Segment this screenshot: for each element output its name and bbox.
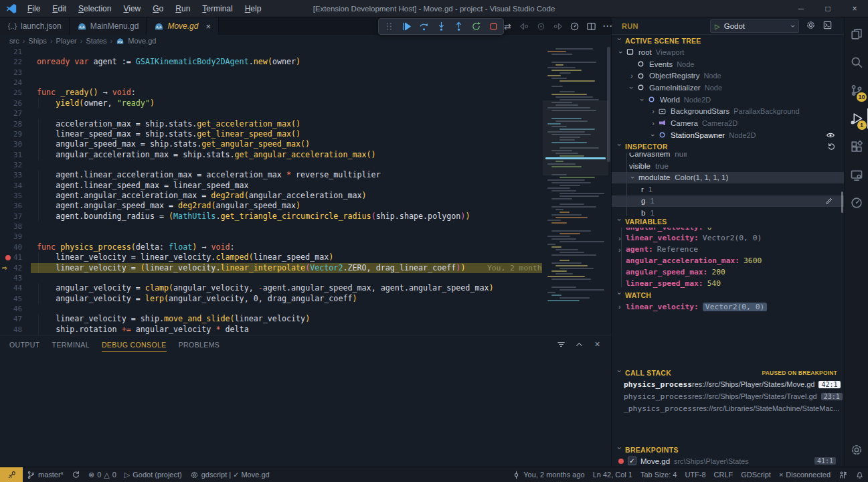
reverse-continue-button[interactable] <box>517 19 531 33</box>
scene-node-events[interactable]: ›EventsNode <box>612 58 844 70</box>
code-line-48[interactable]: 48 ship.rotation += angular_velocity * d… <box>0 325 544 335</box>
restart-button[interactable] <box>468 19 484 33</box>
menu-selection[interactable]: Selection <box>73 2 116 15</box>
chevron-down-icon[interactable]: › <box>617 48 625 56</box>
breadcrumb[interactable]: src›Ships›Player›States›Move.gd <box>0 35 611 47</box>
line-number[interactable]: 28 <box>0 119 31 129</box>
line-number[interactable]: 40 <box>0 242 31 252</box>
record-button[interactable] <box>534 19 548 33</box>
panel-tab-terminal[interactable]: TERMINAL <box>52 337 90 352</box>
line-number[interactable]: 43 <box>0 273 31 283</box>
variables-header[interactable]: › VARIABLES <box>612 216 844 228</box>
code-line-30[interactable]: 30 angular_speed_max = ship.stats.get_an… <box>0 139 544 149</box>
line-number[interactable]: 35 <box>0 191 31 201</box>
inspector-refresh-button[interactable] <box>827 143 836 151</box>
line-number[interactable]: 30 <box>0 139 31 149</box>
chevron-right-icon[interactable]: › <box>618 246 626 254</box>
code-line-29[interactable]: 29 linear_speed_max = ship.stats.get_lin… <box>0 129 544 139</box>
status-git-blame[interactable]: You, 2 months ago <box>508 467 588 482</box>
activity-explorer[interactable] <box>845 20 868 48</box>
inspector-scrollbar[interactable] <box>841 191 843 213</box>
breakpoint-dot-icon[interactable] <box>5 252 11 262</box>
code-line-38[interactable]: 38 <box>0 222 544 232</box>
code-line-24[interactable]: 24 <box>0 78 544 88</box>
line-number[interactable]: 24 <box>0 78 31 88</box>
variable-angular_velocity[interactable]: angular_velocity:0 <box>612 228 844 233</box>
line-number[interactable]: 44 <box>0 283 31 293</box>
code-line-41[interactable]: 41 linear_velocity = linear_velocity.cla… <box>0 252 544 262</box>
status-language-status[interactable]: gdscript | ✓ Move.gd <box>186 467 274 482</box>
line-number[interactable]: 22 <box>0 57 31 67</box>
code-line-27[interactable]: 27 <box>0 108 544 118</box>
scene-node-stationspawner[interactable]: ›StationSpawnerNode2D <box>612 129 844 141</box>
scene-node-backgroundstars[interactable]: ›BackgroundStarsParallaxBackground <box>612 105 844 117</box>
close-button[interactable]: × <box>592 339 603 350</box>
line-number[interactable]: 39 <box>0 232 31 242</box>
chevron-right-icon[interactable]: › <box>649 107 657 115</box>
scene-tree-header[interactable]: › ACTIVE SCENE TREE <box>612 35 844 46</box>
editor-scrollbar[interactable] <box>607 47 610 162</box>
status-run-project[interactable]: ▷Godot (project) <box>120 467 186 482</box>
code-line-28[interactable]: 28 acceleration_max = ship.stats.get_acc… <box>0 119 544 129</box>
visibility-eye-icon[interactable] <box>826 131 835 140</box>
code-line-43[interactable]: 43 <box>0 273 544 283</box>
tab-move-gd[interactable]: Move.gd× <box>147 17 219 35</box>
line-number[interactable]: 23 <box>0 68 31 78</box>
menu-edit[interactable]: Edit <box>47 2 72 15</box>
status-remote-indicator[interactable] <box>0 467 23 482</box>
tab-launch-json[interactable]: {..}launch.json <box>0 17 70 35</box>
minimap[interactable] <box>545 47 606 335</box>
code-line-42[interactable]: 42⇨ linear_velocity = (linear_velocity.l… <box>0 263 544 273</box>
gear-button[interactable] <box>806 20 816 31</box>
step-into-button[interactable] <box>433 19 449 33</box>
stack-frame[interactable]: _physics_processres://src/Libraries/Stat… <box>612 402 844 414</box>
chevron-right-icon[interactable]: › <box>618 234 626 242</box>
menu-help[interactable]: Help <box>240 2 267 15</box>
activity-extensions[interactable] <box>845 133 868 161</box>
watch-header[interactable]: › WATCH <box>612 290 844 301</box>
tab-mainmenu-gd[interactable]: MainMenu.gd <box>70 17 147 35</box>
scene-node-camera[interactable]: ›CameraCamera2D <box>612 117 844 129</box>
activity-godot-tools[interactable] <box>845 189 868 217</box>
code-line-40[interactable]: 40func physics_process(delta: float) → v… <box>0 242 544 252</box>
menu-file[interactable]: File <box>22 2 46 15</box>
status-encoding[interactable]: UTF-8 <box>681 467 709 482</box>
inspector-header[interactable]: › INSPECTOR <box>612 141 844 153</box>
scene-node-objectregistry[interactable]: ›ObjectRegistryNode <box>612 70 844 82</box>
code-line-37[interactable]: 37 agent.bounding_radius = (MathUtils.ge… <box>0 212 544 222</box>
status-problems[interactable]: ⊗0△0 <box>84 467 120 482</box>
debug-console-button[interactable] <box>822 20 833 31</box>
breakpoint-item[interactable]: ✓Move.gdsrc\Ships\Player\States41:1 <box>612 455 844 467</box>
panel-tab-output[interactable]: OUTPUT <box>9 337 40 352</box>
breadcrumb-item[interactable]: States <box>86 37 106 45</box>
breadcrumb-item[interactable]: Player <box>56 37 77 45</box>
line-number[interactable]: 47 <box>0 314 31 324</box>
variable-linear_velocity[interactable]: ›linear_velocity:Vector2(0, 0) <box>612 232 844 244</box>
filter-button[interactable] <box>555 339 567 350</box>
run-status-button[interactable] <box>568 19 582 33</box>
stack-frame[interactable]: physics_processres://src/Ships/Player/St… <box>612 390 844 402</box>
inspector-row-b[interactable]: b1 <box>612 207 844 216</box>
variable-linear_speed_max[interactable]: linear_speed_max:540 <box>612 278 844 289</box>
code-line-23[interactable]: 23 <box>0 68 544 78</box>
inspector-row-visible[interactable]: visibletrue <box>612 160 844 172</box>
close-button[interactable]: × <box>841 0 868 17</box>
line-number[interactable]: 45 <box>0 294 31 304</box>
status-sync[interactable] <box>68 467 84 482</box>
activity-remote-explorer[interactable] <box>845 161 868 189</box>
code-line-33[interactable]: 33 agent.linear_acceleration_max = accel… <box>0 170 544 180</box>
chevron-right-icon[interactable]: › <box>649 119 657 127</box>
activity-search[interactable] <box>845 48 868 76</box>
call-stack-header[interactable]: › CALL STACK PAUSED ON BREAKPOINT <box>612 367 844 378</box>
code-line-26[interactable]: 26 yield(owner, "ready") <box>0 98 544 108</box>
scene-node-gameinitializer[interactable]: ›GameInitializerNode <box>612 82 844 94</box>
line-number[interactable]: 27 <box>0 108 31 118</box>
inspector-row-canvasitem[interactable]: CanvasItemnull <box>612 153 844 161</box>
status-notifications[interactable] <box>851 467 868 482</box>
line-number[interactable]: 38 <box>0 222 31 232</box>
panel-tab-problems[interactable]: PROBLEMS <box>179 337 220 352</box>
chevron-down-icon[interactable]: › <box>629 173 637 181</box>
code-line-31[interactable]: 31 angular_acceleration_max = ship.stats… <box>0 150 544 160</box>
line-number[interactable]: 37 <box>0 212 31 222</box>
tab-close-button[interactable]: × <box>205 21 211 31</box>
